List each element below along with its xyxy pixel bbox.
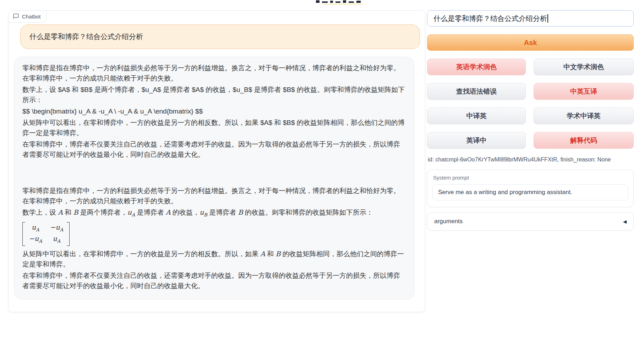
paragraph-gap bbox=[22, 161, 406, 186]
bot-paragraph: 在零和博弈中，博弈者不仅要关注自己的收益，还需要考虑对手的收益。因为一方取得的收… bbox=[22, 270, 406, 291]
user-message-text: 什么是零和博弈？结合公式介绍分析 bbox=[29, 32, 143, 42]
matrix-cell: −uA bbox=[29, 234, 42, 246]
matrix-left-bracket bbox=[22, 222, 25, 246]
title-stroke bbox=[330, 1, 333, 3]
arguments-label: arguments bbox=[434, 218, 463, 225]
bot-paragraph: 数学上，设 $A$ 和 $B$ 是两个博弈者，$u_A$ 是博弈者 $A$ 的收… bbox=[22, 84, 406, 105]
preset-button-zh-en-mutual-translate[interactable]: 中英互译 bbox=[534, 83, 634, 100]
question-input[interactable]: 什么是零和博弈？结合公式介绍分析 bbox=[427, 10, 634, 27]
bot-paragraph-latex-source: $$ \begin{bmatrix} u_A & -u_A \ -u_A & u… bbox=[22, 106, 406, 116]
bot-paragraph: 零和博弈是指在博弈中，一方的利益损失必然等于另一方的利益增益。换言之，对于每一种… bbox=[22, 186, 406, 206]
system-prompt-card: System prompt Serve me as a writing and … bbox=[427, 170, 634, 207]
matrix-cell: uA bbox=[50, 234, 64, 246]
response-status-text: id: chatcmpl-6wOo7KrYTwMl89lbrMWRu4UkFFX… bbox=[428, 156, 634, 163]
preset-button-explain-code[interactable]: 解释代码 bbox=[534, 132, 634, 149]
preset-button-english-academic-polish[interactable]: 英语学术润色 bbox=[427, 59, 526, 75]
title-stroke bbox=[322, 1, 328, 3]
bot-paragraph-with-math: 数学上，设 A 和 B 是两个博弈者，uA 是博弈者 A 的收益，uB 是博弈者… bbox=[22, 207, 406, 220]
preset-button-chinese-academic-polish[interactable]: 中文学术润色 bbox=[534, 59, 634, 75]
system-prompt-label: System prompt bbox=[433, 175, 628, 181]
matrix-right-bracket bbox=[67, 222, 70, 246]
matrix-cell: −uA bbox=[50, 223, 64, 234]
chatbot-label-text: Chatbot bbox=[22, 13, 41, 20]
clipped-page-title bbox=[316, 0, 366, 3]
preset-button-grid: 英语学术润色 中文学术润色 查找语法错误 中英互译 中译英 学术中译英 英译中 … bbox=[427, 59, 634, 149]
ask-button[interactable]: Ask bbox=[427, 34, 634, 51]
title-stroke bbox=[316, 0, 320, 3]
bot-paragraph: 在零和博弈中，博弈者不仅要关注自己的收益，还需要考虑对手的收益。因为一方取得的收… bbox=[22, 139, 406, 160]
collapse-arrow-icon: ◀ bbox=[623, 219, 627, 224]
system-prompt-input[interactable]: Serve me as a writing and programming as… bbox=[432, 184, 628, 200]
chatbot-panel: Chatbot 什么是零和博弈？结合公式介绍分析 零和博弈是指在博弈中，一方的利… bbox=[8, 10, 425, 312]
title-stroke bbox=[356, 1, 361, 3]
title-stroke bbox=[335, 1, 340, 3]
preset-button-en-to-zh[interactable]: 英译中 bbox=[427, 132, 526, 149]
bot-paragraph: 零和博弈是指在博弈中，一方的利益损失必然等于另一方的利益增益。换言之，对于每一种… bbox=[22, 63, 406, 83]
title-highlight bbox=[322, 4, 364, 5]
chat-bubble-icon bbox=[13, 13, 19, 20]
matrix-cell: uA bbox=[29, 223, 42, 234]
bot-message-bubble: 零和博弈是指在博弈中，一方的利益损失必然等于另一方的利益增益。换言之，对于每一种… bbox=[14, 57, 414, 299]
preset-button-zh-to-en[interactable]: 中译英 bbox=[427, 108, 526, 124]
title-stroke bbox=[349, 1, 354, 3]
payoff-matrix: uA −uA −uA uA bbox=[22, 222, 70, 246]
chatbot-label: Chatbot bbox=[9, 11, 47, 23]
user-message-bubble: 什么是零和博弈？结合公式介绍分析 bbox=[20, 24, 420, 49]
system-prompt-value: Serve me as a writing and programming as… bbox=[438, 189, 572, 196]
preset-button-find-grammar-errors[interactable]: 查找语法错误 bbox=[427, 83, 526, 100]
text-cursor bbox=[547, 14, 548, 23]
question-input-value: 什么是零和博弈？结合公式介绍分析 bbox=[433, 14, 547, 23]
preset-button-academic-zh-to-en[interactable]: 学术中译英 bbox=[534, 108, 634, 124]
bot-paragraph: 从矩阵中可以看出，在零和博弈中，一方的收益是另一方的相反数。所以，如果 $A$ … bbox=[22, 117, 406, 138]
arguments-accordion-header[interactable]: arguments ◀ bbox=[427, 212, 634, 231]
title-stroke bbox=[343, 0, 346, 3]
bot-paragraph-with-math: 从矩阵中可以看出，在零和博弈中，一方的收益是另一方的相反数。所以，如果 A 和 … bbox=[22, 249, 406, 269]
